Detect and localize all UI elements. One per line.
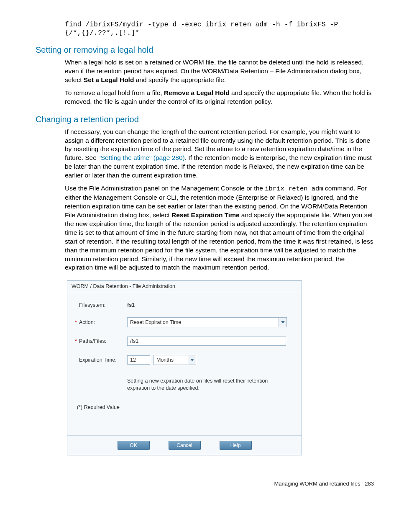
value-paths	[127, 337, 294, 346]
label-text: Paths/Files:	[79, 338, 106, 344]
footer-text: Managing WORM and retained files	[274, 481, 361, 487]
row-expiration: Expiration Time: Months	[75, 355, 294, 365]
required-marker: *	[75, 319, 79, 325]
cancel-button[interactable]: Cancel	[169, 441, 201, 450]
row-action: * Action: Reset Expiration Time	[75, 317, 294, 327]
req-spacer	[75, 357, 79, 363]
label-filesystem: Filesystem:	[75, 302, 127, 308]
code-line-1: find /ibrixFS/mydir -type d -exec ibrix_…	[65, 21, 374, 28]
expiration-unit-select[interactable]: Months	[153, 355, 196, 365]
code-line-2: {/*,{}/.??*,.[!.]*	[65, 29, 374, 37]
bold-remove-legal-hold: Remove a Legal Hold	[164, 89, 230, 96]
para-legal-hold-2: To remove a legal hold from a file, Remo…	[65, 89, 374, 106]
label-text: Expiration Time:	[79, 357, 117, 363]
label-text: Action:	[79, 319, 95, 325]
text: and specify the appropriate file. When y…	[65, 211, 373, 271]
help-button[interactable]: Help	[220, 441, 252, 450]
label-text: Filesystem:	[79, 302, 105, 308]
page-number: 283	[365, 481, 374, 487]
bold-reset-expiration: Reset Expiration Time	[171, 211, 240, 218]
action-select-text: Reset Expiration Time	[128, 319, 279, 325]
dialog-body: Filesystem: fs1 * Action: Reset Expirati…	[67, 292, 302, 435]
label-action: * Action:	[75, 319, 127, 325]
label-expiration: Expiration Time:	[75, 357, 127, 363]
bold-set-legal-hold: Set a Legal Hold	[84, 76, 134, 83]
value-filesystem: fs1	[127, 302, 294, 308]
para-legal-hold-1: When a legal hold is set on a retained o…	[65, 58, 374, 85]
row-filesystem: Filesystem: fs1	[75, 302, 294, 308]
required-value-note: (*) Required Value	[77, 404, 294, 410]
dialog-title: WORM / Data Retention - File Administrat…	[67, 281, 302, 292]
text: To remove a legal hold from a file,	[65, 89, 164, 96]
page-footer: Managing WORM and retained files 283	[25, 481, 374, 487]
para-retention-1: If necessary, you can change the length …	[65, 128, 374, 180]
action-select[interactable]: Reset Expiration Time	[127, 317, 287, 327]
chevron-down-icon	[188, 355, 196, 365]
paths-input[interactable]	[127, 337, 286, 346]
text: and specify the appropriate file.	[134, 76, 226, 83]
ok-button[interactable]: OK	[118, 441, 150, 450]
para-retention-2: Use the File Administration panel on the…	[65, 184, 374, 272]
expiration-number-input[interactable]	[127, 355, 150, 365]
text: Use the File Administration panel on the…	[65, 185, 265, 192]
required-marker: *	[75, 338, 79, 344]
heading-legal-hold: Setting or removing a legal hold	[36, 45, 374, 55]
cmd-ibrix-reten-adm: ibrix_reten_adm	[265, 185, 323, 193]
row-paths: * Paths/Files:	[75, 337, 294, 346]
file-admin-dialog: WORM / Data Retention - File Administrat…	[67, 280, 302, 455]
heading-retention-period: Changing a retention period	[36, 115, 374, 124]
dialog-help-text: Setting a new expiration date on files w…	[127, 378, 290, 392]
label-paths: * Paths/Files:	[75, 338, 127, 344]
dialog-footer: OK Cancel Help	[67, 435, 302, 455]
value-action: Reset Expiration Time	[127, 317, 294, 327]
req-spacer	[75, 302, 79, 308]
link-setting-atime[interactable]: "Setting the atime" (page 280)	[98, 154, 185, 161]
chevron-down-icon	[279, 318, 286, 327]
value-expiration: Months	[127, 355, 294, 365]
expiration-unit-text: Months	[154, 357, 188, 363]
